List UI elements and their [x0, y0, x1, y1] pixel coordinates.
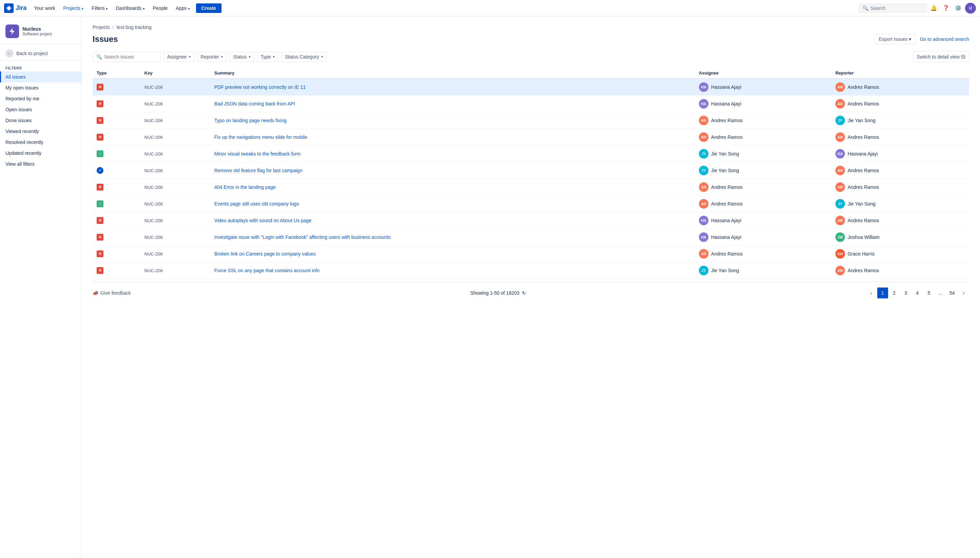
- help-icon[interactable]: ❓: [941, 3, 951, 14]
- table-footer: 📣 Give feedback Showing 1-50 of 18203 ↻ …: [92, 282, 969, 304]
- cell-key: NUC-206: [140, 129, 210, 146]
- avatar: GH: [836, 249, 845, 259]
- cell-summary[interactable]: Events page still uses old company logo: [210, 195, 695, 212]
- cell-summary[interactable]: Remove old feature flag for last campaig…: [210, 162, 695, 179]
- advanced-search-link[interactable]: Go to advanced search: [920, 36, 969, 42]
- logo[interactable]: Jira: [4, 3, 26, 13]
- cell-assignee: ARAndres Ramos: [695, 246, 831, 262]
- table-row[interactable]: ✕NUC-206Broken link on Careers page to c…: [92, 246, 969, 262]
- cell-key: NUC-206: [140, 195, 210, 212]
- search-box[interactable]: 🔍: [92, 52, 161, 62]
- nav-dashboards[interactable]: Dashboards▾: [112, 3, 148, 13]
- table-row[interactable]: ↑NUC-206Events page still uses old compa…: [92, 195, 969, 212]
- avatar[interactable]: U: [965, 3, 976, 14]
- cell-assignee: HAHassana Ajayi: [695, 79, 831, 95]
- breadcrumb-projects[interactable]: Projects: [92, 25, 110, 30]
- global-search[interactable]: 🔍: [859, 4, 927, 13]
- sidebar-item-viewed-recently[interactable]: Viewed recently: [0, 126, 81, 137]
- page-1-button[interactable]: 1: [877, 287, 888, 299]
- cell-reporter: ARAndres Ramos: [831, 129, 969, 146]
- page-3-button[interactable]: 3: [900, 287, 911, 299]
- table-row[interactable]: ✕NUC-206Bad JSON data coming back from A…: [92, 95, 969, 112]
- chevron-down-icon: ▾: [909, 36, 911, 42]
- table-row[interactable]: ✕NUC-206PDF preview not working correctl…: [92, 79, 969, 95]
- col-summary: Summary: [210, 68, 695, 79]
- reporter-filter[interactable]: Reporter ▾: [197, 52, 227, 62]
- sidebar-item-done-issues[interactable]: Done issues: [0, 115, 81, 126]
- avatar: AR: [699, 116, 708, 125]
- col-type: Type: [92, 68, 140, 79]
- page-next-button[interactable]: ›: [958, 287, 969, 299]
- nav-apps[interactable]: Apps▾: [172, 3, 193, 13]
- bug-icon: ✕: [97, 250, 103, 257]
- page-5-button[interactable]: 5: [924, 287, 934, 299]
- cell-summary[interactable]: Fix up the navigations menu slide for mo…: [210, 129, 695, 146]
- cell-summary[interactable]: Investigate issue with "Login with Faceb…: [210, 229, 695, 246]
- back-to-project[interactable]: ← Back to project: [0, 47, 81, 61]
- avatar: AR: [699, 132, 708, 142]
- cell-summary[interactable]: Minor visual tweaks to the feedback form: [210, 146, 695, 162]
- avatar: AR: [836, 266, 845, 275]
- page-54-button[interactable]: 54: [947, 287, 957, 299]
- sidebar-item-all-issues[interactable]: All issues: [0, 71, 81, 82]
- sidebar-item-reported-by-me[interactable]: Reported by me: [0, 93, 81, 104]
- refresh-icon[interactable]: ↻: [522, 290, 526, 296]
- status-filter[interactable]: Status ▾: [229, 52, 254, 62]
- project-type: Software project: [23, 32, 52, 36]
- sidebar-item-my-open-issues[interactable]: My open issues: [0, 82, 81, 93]
- back-icon: ←: [5, 49, 14, 57]
- nav-your-work[interactable]: Your work: [31, 3, 59, 13]
- cell-summary[interactable]: PDF preview not working correctly on IE …: [210, 79, 695, 95]
- search-issues-input[interactable]: [104, 54, 157, 59]
- nav-projects[interactable]: Projects▾: [60, 3, 87, 13]
- assignee-filter[interactable]: Assignee ▾: [163, 52, 194, 62]
- create-button[interactable]: Create: [196, 3, 222, 13]
- status-category-filter[interactable]: Status Category ▾: [281, 52, 326, 62]
- give-feedback-button[interactable]: 📣 Give feedback: [92, 290, 131, 296]
- nav-people[interactable]: People: [149, 3, 171, 13]
- table-row[interactable]: ✕NUC-206Force SSL on any page that conta…: [92, 262, 969, 279]
- svg-point-1: [7, 6, 11, 10]
- settings-icon[interactable]: ⚙️: [953, 3, 964, 14]
- page-4-button[interactable]: 4: [912, 287, 923, 299]
- bug-icon: ✕: [97, 217, 103, 224]
- table-row[interactable]: ✕NUC-206Investigate issue with "Login wi…: [92, 229, 969, 246]
- cell-summary[interactable]: 404 Error in the landing page: [210, 179, 695, 195]
- cell-type: ✕: [92, 246, 140, 262]
- table-row[interactable]: ✕NUC-206404 Error in the landing pageARA…: [92, 179, 969, 195]
- sidebar-item-view-all-filters[interactable]: View all filters: [0, 159, 81, 169]
- breadcrumb-project-name[interactable]: test bug tracking: [117, 25, 151, 30]
- chevron-down-icon: ▾: [249, 55, 250, 59]
- bug-icon: ✕: [97, 184, 103, 190]
- sidebar-item-open-issues[interactable]: Open issues: [0, 104, 81, 115]
- cell-assignee: HAHassana Ajayi: [695, 95, 831, 112]
- avatar: HA: [836, 149, 845, 159]
- table-row[interactable]: ✕NUC-206Fix up the navigations menu slid…: [92, 129, 969, 146]
- page-prev-button[interactable]: ‹: [866, 287, 877, 299]
- cell-assignee: ARAndres Ramos: [695, 112, 831, 129]
- cell-type: ✕: [92, 95, 140, 112]
- sidebar-item-updated-recently[interactable]: Updated recently: [0, 148, 81, 159]
- cell-summary[interactable]: Force SSL on any page that contains acco…: [210, 262, 695, 279]
- sidebar-item-resolved-recently[interactable]: Resolved recently: [0, 137, 81, 148]
- nav-filters[interactable]: Filters▾: [88, 3, 111, 13]
- detail-view-button[interactable]: Switch to detail view ⊟: [913, 51, 969, 62]
- table-row[interactable]: ✕NUC-206Video autoplays with sound on Ab…: [92, 212, 969, 229]
- cell-summary[interactable]: Bad JSON data coming back from API: [210, 95, 695, 112]
- cell-summary[interactable]: Typo on landing page needs fixing: [210, 112, 695, 129]
- avatar: AR: [836, 166, 845, 175]
- type-filter[interactable]: Type ▾: [257, 52, 278, 62]
- cell-assignee: JYJie Yan Song: [695, 146, 831, 162]
- cell-reporter: JYJie Yan Song: [831, 195, 969, 212]
- page-2-button[interactable]: 2: [889, 287, 900, 299]
- cell-summary[interactable]: Broken link on Careers page to company v…: [210, 246, 695, 262]
- search-input[interactable]: [870, 5, 923, 11]
- feedback-icon: 📣: [92, 290, 98, 296]
- avatar: AR: [699, 199, 708, 208]
- export-button[interactable]: Export Issues ▾: [874, 34, 916, 44]
- cell-summary[interactable]: Video autoplays with sound on About Us p…: [210, 212, 695, 229]
- notifications-icon[interactable]: 🔔: [928, 3, 939, 14]
- table-row[interactable]: ✓NUC-206Remove old feature flag for last…: [92, 162, 969, 179]
- table-row[interactable]: ↑NUC-206Minor visual tweaks to the feedb…: [92, 146, 969, 162]
- table-row[interactable]: ✕NUC-206Typo on landing page needs fixin…: [92, 112, 969, 129]
